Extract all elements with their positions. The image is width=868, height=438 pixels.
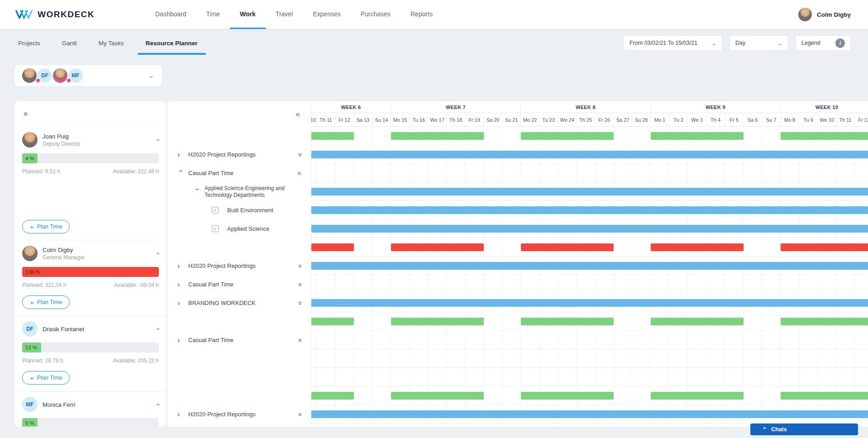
expand-all-icon[interactable]: «: [296, 152, 304, 157]
task-row-applied-science-engineering-and-technology-departments[interactable]: ›Applied Science Engineering and Technol…: [167, 182, 311, 201]
summary-bar[interactable]: [311, 243, 354, 251]
collapse-person-icon[interactable]: ›: [154, 138, 162, 141]
timeline-cell: [669, 164, 688, 182]
summary-bar[interactable]: [391, 318, 484, 325]
summary-bar[interactable]: [651, 132, 744, 140]
plan-time-button[interactable]: +Plan Time: [22, 220, 70, 233]
tab-gantt[interactable]: Gantt: [51, 29, 88, 57]
checkbox-checked-icon[interactable]: ✓: [212, 225, 219, 232]
summary-row: [167, 386, 311, 405]
granularity-select[interactable]: Day ⌄: [730, 35, 788, 51]
user-menu[interactable]: Colm Digby: [798, 0, 868, 29]
summary-bar[interactable]: [521, 132, 614, 140]
task-bar[interactable]: [311, 262, 868, 270]
timeline-cell: [781, 275, 799, 293]
timeline-cell: [311, 331, 317, 349]
workdeck-logo[interactable]: WORKDECK: [0, 0, 95, 29]
summary-bar[interactable]: [311, 392, 354, 400]
summary-bar[interactable]: [311, 318, 354, 325]
timeline-cell: [372, 275, 391, 293]
task-row-h2020-project-reportings[interactable]: ›H2020 Project Reportings«: [167, 257, 311, 275]
summary-bar[interactable]: [781, 132, 868, 140]
summary-bar[interactable]: [651, 392, 744, 400]
chevron-right-icon[interactable]: ›: [177, 262, 185, 270]
tab-my-tasks[interactable]: My Tasks: [88, 29, 135, 57]
chevron-right-icon[interactable]: ›: [177, 411, 185, 418]
chevron-right-icon[interactable]: ›: [177, 337, 185, 344]
collapse-person-icon[interactable]: ›: [154, 403, 162, 406]
chats-button[interactable]: ⌃ Chats: [750, 424, 858, 435]
expand-all-icon[interactable]: «: [296, 412, 304, 416]
nav-item-travel[interactable]: Travel: [266, 0, 303, 29]
expand-all-icon[interactable]: «: [296, 264, 304, 268]
summary-bar[interactable]: [311, 132, 354, 140]
collapse-all-icon[interactable]: «: [296, 171, 304, 175]
people-filter-select[interactable]: DFMF ⌄: [15, 65, 162, 86]
summary-bar[interactable]: [391, 392, 484, 400]
tab-projects[interactable]: Projects: [18, 29, 51, 57]
chevron-right-icon[interactable]: ›: [177, 281, 185, 288]
expand-all-icon[interactable]: «: [296, 282, 304, 286]
nav-item-time[interactable]: Time: [196, 0, 230, 29]
plan-time-button[interactable]: +Plan Time: [22, 295, 70, 309]
legend-button[interactable]: Legend i: [796, 35, 851, 51]
collapse-panel-icon[interactable]: «: [296, 110, 300, 118]
chevron-down-icon: ⌄: [711, 40, 716, 46]
timeline-cell: [335, 424, 354, 427]
chevron-right-icon[interactable]: ›: [177, 300, 185, 307]
utilization-track: 5 %: [22, 418, 159, 427]
expand-all-icon[interactable]: «: [296, 338, 304, 342]
task-bar[interactable]: [311, 188, 868, 195]
task-bar[interactable]: [311, 151, 868, 158]
plan-time-button[interactable]: +Plan Time: [22, 371, 70, 385]
nav-item-work[interactable]: Work: [230, 0, 266, 29]
collapse-all-people-icon[interactable]: «: [22, 111, 30, 116]
task-bar[interactable]: [311, 206, 868, 214]
nav-item-reports[interactable]: Reports: [401, 0, 443, 29]
timeline-cell: [465, 164, 484, 182]
summary-bar[interactable]: [391, 132, 484, 140]
task-bar[interactable]: [311, 410, 868, 418]
chevron-down-icon[interactable]: ›: [177, 170, 185, 177]
checkbox-checked-icon[interactable]: ✓: [212, 207, 219, 214]
timeline-row: [311, 127, 868, 145]
timeline-cell: [595, 424, 614, 427]
task-bar[interactable]: [311, 225, 868, 233]
timeline-row: [311, 275, 868, 294]
expand-all-icon[interactable]: «: [296, 301, 304, 305]
task-row-h2020-project-reportings[interactable]: ›H2020 Project Reportings«: [167, 145, 311, 164]
nav-item-dashboard[interactable]: Dashboard: [145, 0, 196, 29]
task-bar[interactable]: [311, 299, 868, 307]
task-row-built-environment[interactable]: ✓Built Environment: [167, 201, 311, 219]
task-row-h2020-project-reportings[interactable]: ›H2020 Project Reportings«: [167, 405, 311, 424]
task-row-casual-part-time[interactable]: ›Casual Part Time«: [167, 331, 311, 349]
summary-bar[interactable]: [521, 243, 614, 251]
summary-bar[interactable]: [521, 318, 614, 325]
nav-item-purchases[interactable]: Purchases: [351, 0, 401, 29]
nav-item-expenses[interactable]: Expenses: [303, 0, 350, 29]
summary-bar[interactable]: [781, 392, 868, 400]
summary-bar[interactable]: [391, 243, 484, 251]
task-row-casual-part-time[interactable]: ›Casual Part Time«: [167, 164, 311, 182]
summary-bar[interactable]: [651, 243, 744, 251]
collapse-person-icon[interactable]: ›: [154, 328, 162, 330]
summary-bar[interactable]: [521, 392, 614, 400]
date-range-select[interactable]: From 03/02/21 To 15/03/21 ⌄: [624, 35, 722, 51]
chevron-right-icon[interactable]: ›: [177, 151, 185, 158]
timeline-cell: [539, 275, 558, 293]
summary-bar[interactable]: [651, 318, 744, 325]
task-row-casual-part-time[interactable]: ›Casual Part Time«: [167, 275, 311, 294]
utilization-track: 4 %: [22, 153, 159, 163]
toolbar-controls: From 03/02/21 To 15/03/21 ⌄ Day ⌄ Legend…: [624, 29, 851, 57]
summary-bar[interactable]: [781, 318, 868, 325]
task-row-branding-workdeck[interactable]: ›BRANDING WORKDECK«: [167, 294, 311, 312]
summary-bar[interactable]: [781, 243, 868, 251]
timeline-cell: [410, 331, 428, 349]
chevron-down-icon[interactable]: ›: [194, 188, 201, 195]
timeline-cell: [818, 164, 836, 182]
task-row-applied-science[interactable]: ✓Applied Science: [167, 219, 311, 238]
timeline-cell: [317, 164, 335, 182]
tab-resource-planner[interactable]: Resource Planner: [135, 29, 209, 57]
summary-row: [167, 312, 311, 331]
collapse-person-icon[interactable]: ›: [154, 252, 162, 255]
